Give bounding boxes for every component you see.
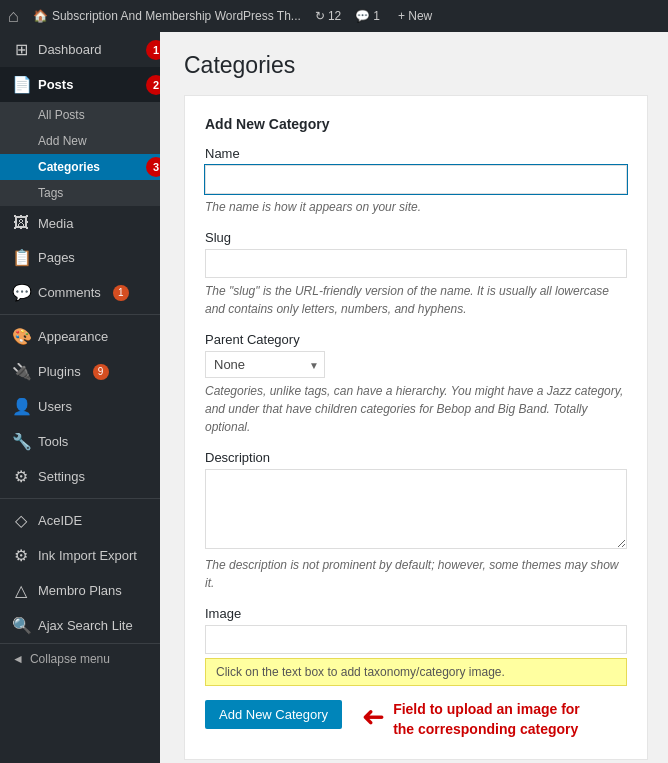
annotation-text: Field to upload an image for the corresp… — [393, 700, 593, 739]
sidebar-item-label: Media — [38, 216, 73, 231]
dashboard-icon: ⊞ — [12, 40, 30, 59]
step-badge-3: 3 — [146, 157, 160, 177]
sidebar-item-membro-plans[interactable]: △ Membro Plans — [0, 573, 160, 608]
plugins-icon: 🔌 — [12, 362, 30, 381]
image-label: Image — [205, 606, 627, 621]
parent-select-wrap: None ▼ — [205, 351, 325, 378]
posts-icon: 📄 — [12, 75, 30, 94]
admin-bar: ⌂ 🏠 Subscription And Membership WordPres… — [0, 0, 668, 32]
image-group: Image Click on the text box to add taxon… — [205, 606, 627, 686]
content-area: Categories Add New Category Name The nam… — [160, 32, 668, 763]
wordpress-logo-icon: ⌂ — [8, 6, 19, 27]
sidebar-item-comments[interactable]: 💬 Comments 1 — [0, 275, 160, 310]
sidebar-item-posts[interactable]: 📄 Posts 2 — [0, 67, 160, 102]
slug-input[interactable] — [205, 249, 627, 278]
tools-icon: 🔧 — [12, 432, 30, 451]
name-hint: The name is how it appears on your site. — [205, 198, 627, 216]
sidebar-item-label: Pages — [38, 250, 75, 265]
main-layout: ⊞ Dashboard 1 📄 Posts 2 All Posts Add Ne… — [0, 32, 668, 763]
sidebar-item-media[interactable]: 🖼 Media — [0, 206, 160, 240]
sidebar-item-label: Users — [38, 399, 72, 414]
divider-2 — [0, 498, 160, 499]
plugins-badge: 9 — [93, 364, 109, 380]
parent-group: Parent Category None ▼ Categories, unlik… — [205, 332, 627, 436]
pages-icon: 📋 — [12, 248, 30, 267]
new-label: + New — [398, 9, 432, 23]
sidebar-item-ajax-search[interactable]: 🔍 Ajax Search Lite — [0, 608, 160, 643]
annotation-container: ➜ Field to upload an image for the corre… — [362, 700, 593, 739]
sidebar-item-tools[interactable]: 🔧 Tools — [0, 424, 160, 459]
sidebar-item-label: Ajax Search Lite — [38, 618, 133, 633]
parent-hint: Categories, unlike tags, can have a hier… — [205, 382, 627, 436]
add-category-form: Add New Category Name The name is how it… — [184, 95, 648, 760]
form-title: Add New Category — [205, 116, 627, 132]
add-category-button[interactable]: Add New Category — [205, 700, 342, 729]
settings-icon: ⚙ — [12, 467, 30, 486]
admin-bar-items: ↻ 12 💬 1 + New — [315, 9, 432, 23]
slug-label: Slug — [205, 230, 627, 245]
home-icon: 🏠 — [33, 9, 48, 23]
ink-icon: ⚙ — [12, 546, 30, 565]
all-posts-label: All Posts — [38, 108, 85, 122]
slug-hint: The "slug" is the URL-friendly version o… — [205, 282, 627, 318]
sidebar-item-plugins[interactable]: 🔌 Plugins 9 — [0, 354, 160, 389]
name-input[interactable] — [205, 165, 627, 194]
sidebar-item-appearance[interactable]: 🎨 Appearance — [0, 319, 160, 354]
step-badge-2: 2 — [146, 75, 160, 95]
name-group: Name The name is how it appears on your … — [205, 146, 627, 216]
sidebar-item-dashboard[interactable]: ⊞ Dashboard 1 — [0, 32, 160, 67]
membro-icon: △ — [12, 581, 30, 600]
collapse-icon: ◄ — [12, 652, 24, 666]
updates-item[interactable]: ↻ 12 — [315, 9, 341, 23]
sidebar-item-label: Comments — [38, 285, 101, 300]
description-hint: The description is not prominent by defa… — [205, 556, 627, 592]
search-sidebar-icon: 🔍 — [12, 616, 30, 635]
sidebar-item-add-new[interactable]: Add New — [0, 128, 160, 154]
sidebar-item-ink-import-export[interactable]: ⚙ Ink Import Export — [0, 538, 160, 573]
slug-group: Slug The "slug" is the URL-friendly vers… — [205, 230, 627, 318]
comments-item[interactable]: 💬 1 — [355, 9, 380, 23]
sidebar-item-all-posts[interactable]: All Posts — [0, 102, 160, 128]
sidebar-item-label: Posts — [38, 77, 73, 92]
description-group: Description The description is not promi… — [205, 450, 627, 592]
comments-sidebar-icon: 💬 — [12, 283, 30, 302]
appearance-icon: 🎨 — [12, 327, 30, 346]
media-icon: 🖼 — [12, 214, 30, 232]
updates-icon: ↻ — [315, 9, 325, 23]
sidebar-item-acelide[interactable]: ◇ AceIDE — [0, 503, 160, 538]
sidebar-item-label: Appearance — [38, 329, 108, 344]
sidebar-item-users[interactable]: 👤 Users — [0, 389, 160, 424]
parent-label: Parent Category — [205, 332, 627, 347]
name-label: Name — [205, 146, 627, 161]
arrow-icon: ➜ — [362, 700, 385, 733]
sidebar-item-settings[interactable]: ⚙ Settings — [0, 459, 160, 494]
tags-label: Tags — [38, 186, 63, 200]
sidebar-item-pages[interactable]: 📋 Pages — [0, 240, 160, 275]
sidebar-item-tags[interactable]: Tags — [0, 180, 160, 206]
comments-count: 1 — [373, 9, 380, 23]
comments-badge: 1 — [113, 285, 129, 301]
acelide-icon: ◇ — [12, 511, 30, 530]
site-name[interactable]: 🏠 Subscription And Membership WordPress … — [33, 9, 301, 23]
sidebar-item-label: Ink Import Export — [38, 548, 137, 563]
divider-1 — [0, 314, 160, 315]
description-textarea[interactable] — [205, 469, 627, 549]
collapse-label: Collapse menu — [30, 652, 110, 666]
new-item[interactable]: + New — [398, 9, 432, 23]
categories-label: Categories — [38, 160, 100, 174]
sidebar-item-categories[interactable]: Categories 3 — [0, 154, 160, 180]
sidebar-item-label: Plugins — [38, 364, 81, 379]
updates-count: 12 — [328, 9, 341, 23]
posts-submenu: All Posts Add New Categories 3 Tags — [0, 102, 160, 206]
sidebar-item-label: Tools — [38, 434, 68, 449]
collapse-menu[interactable]: ◄ Collapse menu — [0, 643, 160, 674]
submit-area: Add New Category ➜ Field to upload an im… — [205, 700, 627, 739]
sidebar: ⊞ Dashboard 1 📄 Posts 2 All Posts Add Ne… — [0, 32, 160, 763]
step-badge-1: 1 — [146, 40, 160, 60]
sidebar-item-label: Settings — [38, 469, 85, 484]
users-icon: 👤 — [12, 397, 30, 416]
image-input[interactable] — [205, 625, 627, 654]
sidebar-item-label: Membro Plans — [38, 583, 122, 598]
parent-select[interactable]: None — [205, 351, 325, 378]
comments-icon: 💬 — [355, 9, 370, 23]
